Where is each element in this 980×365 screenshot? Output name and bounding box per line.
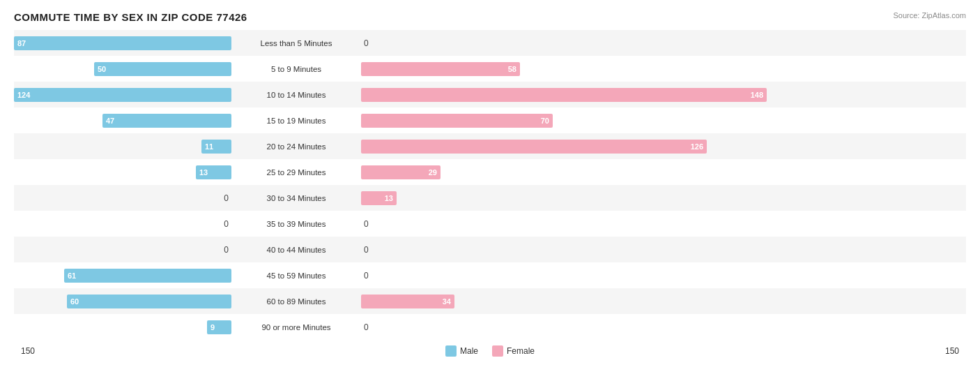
female-section: 0 [355,271,966,281]
chart-title: COMMUTE TIME BY SEX IN ZIP CODE 77426 [14,11,247,23]
time-range-label: 15 to 19 Minutes [237,117,355,125]
time-range-label: 10 to 14 Minutes [237,91,355,99]
female-section: 0 [355,38,966,48]
male-section: 47 [14,114,237,128]
table-row: 1120 to 24 Minutes126 [14,133,966,159]
male-value: 0 [221,245,231,255]
time-range-label: 30 to 34 Minutes [237,194,355,202]
male-inner-label: 11 [201,142,217,151]
male-bar: 9 [207,320,231,334]
female-section: 13 [355,191,966,205]
male-inner-label: 60 [67,297,82,306]
female-bar: 70 [361,114,553,128]
male-section: 61 [14,269,237,283]
table-row: 040 to 44 Minutes0 [14,237,966,262]
female-section: 29 [355,165,966,179]
female-label: Female [507,346,535,356]
female-inner-label: 70 [537,117,553,125]
table-row: 87Less than 5 Minutes0 [14,30,966,56]
time-range-label: 40 to 44 Minutes [237,246,355,254]
male-section: 60 [14,295,237,308]
male-bar: 124 [14,88,231,102]
female-section: 0 [355,245,966,255]
male-inner-label: 13 [196,168,211,177]
table-row: 1325 to 29 Minutes29 [14,159,966,185]
female-bar: 34 [361,295,454,308]
header: COMMUTE TIME BY SEX IN ZIP CODE 77426 So… [14,11,966,23]
male-section: 13 [14,165,237,179]
male-inner-label: 50 [94,65,109,73]
female-value: 0 [361,219,372,229]
male-section: 87 [14,36,237,50]
time-range-label: Less than 5 Minutes [237,39,355,47]
female-inner-label: 34 [439,297,454,306]
male-value: 0 [221,193,231,203]
legend: Male Female [445,345,535,357]
female-section: 0 [355,322,966,332]
male-inner-label: 47 [102,117,118,125]
female-inner-label: 126 [687,142,707,151]
table-row: 6060 to 89 Minutes34 [14,288,966,314]
time-range-label: 5 to 9 Minutes [237,65,355,73]
male-section: 0 [14,219,237,229]
female-section: 0 [355,219,966,229]
male-inner-label: 87 [14,39,29,47]
male-bar: 47 [102,114,231,128]
time-range-label: 45 to 59 Minutes [237,271,355,280]
female-value: 0 [361,322,372,332]
time-range-label: 60 to 89 Minutes [237,297,355,306]
female-bar: 148 [361,88,767,102]
chart-area: 87Less than 5 Minutes0505 to 9 Minutes58… [14,30,966,340]
male-label: Male [460,346,478,356]
time-range-label: 25 to 29 Minutes [237,168,355,177]
male-section: 0 [14,193,237,203]
time-range-label: 90 or more Minutes [237,323,355,332]
male-inner-label: 124 [14,91,33,99]
female-bar: 126 [361,140,707,154]
female-section: 126 [355,140,966,154]
legend-female: Female [492,345,535,357]
female-bar: 58 [361,62,520,76]
male-inner-label: 9 [207,323,218,332]
female-section: 34 [355,295,966,308]
table-row: 505 to 9 Minutes58 [14,56,966,82]
male-bar: 61 [64,269,231,283]
chart-container: COMMUTE TIME BY SEX IN ZIP CODE 77426 So… [14,11,966,357]
female-inner-label: 148 [747,91,767,99]
table-row: 990 or more Minutes0 [14,314,966,340]
male-bar: 13 [196,165,231,179]
male-bar: 87 [14,36,231,50]
left-axis-value: 150 [21,346,35,356]
female-section: 58 [355,62,966,76]
male-inner-label: 61 [64,271,79,280]
male-bar: 60 [67,295,231,308]
male-bar: 50 [94,62,231,76]
table-row: 6145 to 59 Minutes0 [14,262,966,288]
male-section: 50 [14,62,237,76]
right-axis-value: 150 [945,346,959,356]
female-swatch [492,345,503,357]
time-range-label: 35 to 39 Minutes [237,220,355,228]
time-range-label: 20 to 24 Minutes [237,142,355,151]
male-section: 0 [14,245,237,255]
table-row: 035 to 39 Minutes0 [14,211,966,237]
female-inner-label: 58 [505,65,520,73]
male-section: 124 [14,88,237,102]
female-value: 0 [361,271,372,281]
male-value: 0 [221,219,231,229]
legend-row: 150 Male Female 150 [14,345,966,357]
male-bar: 11 [201,140,231,154]
table-row: 030 to 34 Minutes13 [14,185,966,211]
female-section: 70 [355,114,966,128]
female-value: 0 [361,245,372,255]
female-bar: 13 [361,191,397,205]
female-value: 0 [361,38,372,48]
source-label: Source: ZipAtlas.com [893,11,966,20]
male-section: 11 [14,140,237,154]
male-swatch [445,345,457,357]
female-section: 148 [355,88,966,102]
table-row: 4715 to 19 Minutes70 [14,107,966,133]
female-bar: 29 [361,165,441,179]
table-row: 12410 to 14 Minutes148 [14,82,966,107]
female-inner-label: 29 [425,168,441,177]
